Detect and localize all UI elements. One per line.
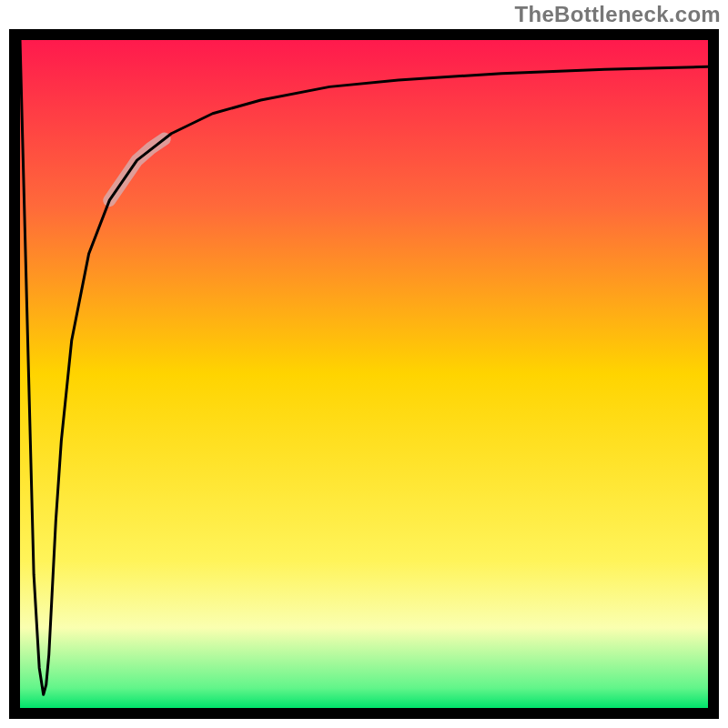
plot-area (20, 40, 708, 708)
highlight-segment (109, 139, 164, 201)
chart-canvas: TheBottleneck.com (0, 0, 728, 728)
curve-layer (20, 40, 708, 708)
bottleneck-curve (20, 40, 708, 694)
watermark-text: TheBottleneck.com (515, 2, 721, 27)
